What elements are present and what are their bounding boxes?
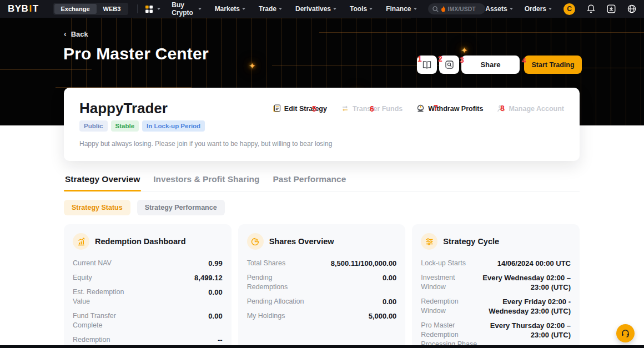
subtab-strategy-status[interactable]: Strategy Status bbox=[64, 200, 130, 215]
nav-item-tools[interactable]: Tools bbox=[350, 5, 373, 13]
chevron-down-icon bbox=[333, 8, 336, 10]
tab-investors-profit-sharing[interactable]: Investors & Profit Sharing bbox=[152, 171, 260, 191]
manage-account-button[interactable]: Manage Account bbox=[497, 104, 564, 113]
strategy-cycle-card: Strategy Cycle Lock-up Starts14/06/2024 … bbox=[412, 224, 580, 348]
nav-right: Assets Orders C bbox=[485, 3, 636, 15]
download-app-icon[interactable] bbox=[607, 4, 616, 13]
nav-item-finance[interactable]: Finance bbox=[386, 5, 416, 13]
stat-row: Current NAV0.99 bbox=[73, 259, 223, 268]
logo-text-2: T bbox=[33, 3, 39, 14]
chevron-down-icon bbox=[549, 8, 552, 10]
headset-icon bbox=[621, 329, 630, 338]
annotation-mark-6: 6 bbox=[370, 105, 374, 113]
chevron-down-icon bbox=[369, 8, 373, 10]
tab-web3[interactable]: WEB3 bbox=[97, 4, 128, 14]
notifications-bell-icon[interactable] bbox=[587, 4, 595, 13]
chevron-down-icon bbox=[279, 8, 282, 10]
chevron-down-icon bbox=[510, 8, 513, 10]
nav-item-assets[interactable]: Assets bbox=[485, 5, 512, 13]
nav-divider bbox=[137, 4, 138, 13]
annotation-mark-2: 2 bbox=[438, 55, 442, 63]
annotation-mark-7: 7 bbox=[434, 104, 438, 112]
search-input[interactable]: IMX/USDT bbox=[428, 3, 486, 14]
stat-row: My Holdings5,000.00 bbox=[247, 311, 397, 321]
stat-row: Pending Allocation0.00 bbox=[247, 297, 397, 306]
stat-row: Lock-up Starts14/06/2024 00:00 UTC bbox=[421, 259, 571, 268]
apps-menu-button[interactable] bbox=[145, 6, 160, 13]
start-trading-button[interactable]: Start Trading bbox=[524, 56, 582, 74]
withdraw-coin-icon bbox=[416, 104, 425, 113]
stat-row: Total Shares8,500.11/100,000.00 bbox=[247, 259, 397, 268]
stat-row: Equity8,499.12 bbox=[73, 273, 223, 283]
language-globe-icon[interactable] bbox=[627, 4, 636, 13]
annotation-mark-8: 8 bbox=[500, 104, 505, 112]
nav-item-buy-crypto[interactable]: Buy Crypto bbox=[172, 1, 201, 17]
back-label: Back bbox=[71, 30, 88, 38]
nav-item-derivatives[interactable]: Derivatives bbox=[295, 5, 336, 13]
main-content: Strategy Overview Investors & Profit Sha… bbox=[64, 171, 580, 348]
pie-chart-icon bbox=[247, 233, 264, 250]
chevron-down-icon bbox=[242, 8, 245, 10]
badge-lockup: In Lock-up Period bbox=[142, 120, 205, 132]
stat-row: Est. Redemption Value0.00 bbox=[73, 288, 223, 306]
tab-exchange[interactable]: Exchange bbox=[54, 4, 97, 14]
page-title: Pro Master Center bbox=[63, 44, 209, 63]
nav-item-markets[interactable]: Markets bbox=[215, 5, 245, 13]
support-chat-button[interactable] bbox=[616, 324, 635, 342]
bybit-logo[interactable]: BYBIT bbox=[8, 3, 39, 14]
badge-public: Public bbox=[79, 120, 108, 132]
search-pair-text: IMX/USDT bbox=[448, 6, 476, 12]
exchange-web3-switch: Exchange WEB3 bbox=[53, 3, 129, 15]
badges: Public Stable In Lock-up Period bbox=[79, 120, 564, 132]
chevron-down-icon bbox=[157, 8, 160, 10]
preview-search-icon bbox=[445, 60, 454, 69]
sparkle-icon: ✦ bbox=[249, 61, 256, 71]
card-title: Shares Overview bbox=[269, 237, 334, 246]
nav-item-trade[interactable]: Trade bbox=[259, 5, 282, 13]
search-icon bbox=[432, 6, 439, 12]
stat-row: Redemption WindowEvery Friday 02:00 - We… bbox=[421, 297, 571, 316]
sparkle-icon: ✦ bbox=[461, 46, 468, 56]
top-navbar: BYBIT Exchange WEB3 Buy Crypto Markets T… bbox=[0, 0, 644, 18]
status-cards: Redemption Dashboard Current NAV0.99 Equ… bbox=[64, 224, 580, 348]
avatar[interactable]: C bbox=[564, 3, 575, 15]
bottom-bar bbox=[0, 345, 644, 348]
apps-grid-icon bbox=[145, 6, 153, 13]
pro-master-center-page: BYBIT Exchange WEB3 Buy Crypto Markets T… bbox=[0, 0, 644, 348]
edit-strategy-button[interactable]: Edit Strategy bbox=[273, 104, 327, 113]
flame-icon bbox=[441, 6, 446, 12]
sub-tabs: Strategy Status Strategy Performance bbox=[64, 200, 580, 215]
stat-row: Investment WindowEvery Wednesday 02:00 –… bbox=[421, 273, 571, 292]
tab-strategy-overview[interactable]: Strategy Overview bbox=[64, 171, 141, 191]
strategy-description: Happy but always losing. Please join if … bbox=[79, 140, 564, 148]
share-button[interactable]: Share bbox=[461, 56, 520, 74]
card-title: Redemption Dashboard bbox=[95, 237, 186, 246]
badge-stable: Stable bbox=[111, 120, 139, 132]
nav-menu: Buy Crypto Markets Trade Derivatives Too… bbox=[172, 1, 416, 17]
nav-item-orders[interactable]: Orders bbox=[525, 5, 552, 13]
stat-row: Pro Master Redemption Processing PhaseEv… bbox=[421, 321, 571, 348]
book-icon bbox=[422, 61, 431, 69]
withdraw-profits-button[interactable]: Withdraw Profits bbox=[416, 104, 483, 113]
subtab-strategy-performance[interactable]: Strategy Performance bbox=[137, 200, 225, 215]
card-title: Strategy Cycle bbox=[443, 237, 499, 246]
annotation-mark-5: 5 bbox=[312, 105, 316, 113]
transfer-arrows-icon bbox=[341, 104, 349, 113]
tab-past-performance[interactable]: Past Performance bbox=[271, 171, 347, 191]
bar-chart-icon bbox=[73, 233, 89, 250]
chevron-left-icon: ‹ bbox=[64, 29, 67, 38]
stat-row: Fund Transfer Complete0.00 bbox=[73, 311, 223, 330]
annotation-mark-1: 1 bbox=[417, 55, 422, 63]
back-button[interactable]: ‹ Back bbox=[64, 29, 88, 38]
sliders-icon bbox=[421, 233, 437, 250]
chevron-down-icon bbox=[414, 8, 417, 10]
logo-text: BYB bbox=[8, 3, 28, 14]
annotation-mark-4: 4 bbox=[522, 57, 526, 64]
chevron-down-icon bbox=[198, 8, 202, 10]
edit-document-icon bbox=[273, 104, 281, 113]
redemption-dashboard-card: Redemption Dashboard Current NAV0.99 Equ… bbox=[64, 224, 232, 348]
strategy-profile-card: HappyTrader Public Stable In Lock-up Per… bbox=[64, 88, 580, 161]
main-tabs: Strategy Overview Investors & Profit Sha… bbox=[64, 171, 580, 191]
logo-accent: I bbox=[29, 3, 32, 14]
stat-row: Pending Redemptions0.00 bbox=[247, 273, 397, 292]
